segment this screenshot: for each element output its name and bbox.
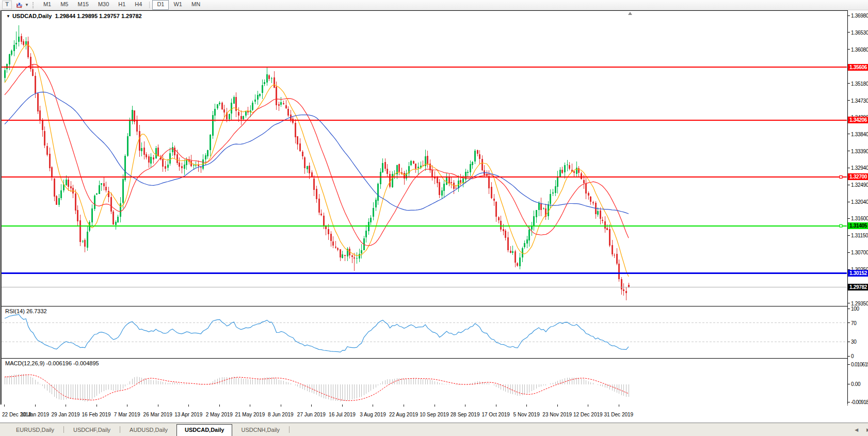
text-tool-button[interactable]: T bbox=[2, 1, 12, 9]
date-tick bbox=[35, 405, 36, 407]
date-label: 8 Jun 2019 bbox=[268, 412, 294, 417]
axis-tick bbox=[848, 185, 850, 185]
date-tick bbox=[342, 405, 343, 407]
candlestick-chart[interactable] bbox=[2, 11, 847, 305]
price-tick-label: 70 bbox=[851, 320, 857, 326]
date-tick bbox=[66, 405, 66, 407]
scroll-left-icon[interactable]: ◀ bbox=[855, 427, 858, 432]
date-label: 28 Sep 2019 bbox=[451, 412, 480, 417]
date-tick bbox=[496, 405, 496, 407]
timeframe-button-m15[interactable]: M15 bbox=[73, 0, 93, 10]
timeframe-button-m5[interactable]: M5 bbox=[56, 0, 73, 10]
line-anchor-marker[interactable] bbox=[840, 224, 842, 227]
arrows-style-icon bbox=[16, 2, 23, 9]
price-tick-label: 1.32490 bbox=[851, 182, 868, 188]
date-label: 31 Dec 2019 bbox=[604, 412, 633, 417]
toolbar-separator bbox=[149, 2, 150, 8]
timeframe-button-m1[interactable]: M1 bbox=[39, 0, 56, 10]
price-tick-label: 1.36980 bbox=[851, 13, 868, 19]
axis-tick bbox=[848, 322, 850, 323]
axis-tick bbox=[848, 202, 850, 202]
price-tick-label: 1.31600 bbox=[851, 216, 868, 221]
date-tick bbox=[250, 405, 250, 407]
date-label: 7 Mar 2019 bbox=[114, 412, 140, 417]
axis-tick bbox=[848, 402, 850, 402]
axis-tick bbox=[848, 218, 850, 219]
moving-average-8[interactable] bbox=[5, 45, 629, 277]
style-tool-button[interactable] bbox=[15, 1, 24, 9]
tab-separator bbox=[63, 426, 64, 433]
tab-audusd-daily[interactable]: AUDUSD,Daily bbox=[121, 425, 176, 436]
chart-shift-marker-icon[interactable] bbox=[628, 12, 632, 15]
date-label: 16 Feb 2019 bbox=[82, 412, 111, 417]
date-tick bbox=[158, 405, 158, 407]
axis-tick bbox=[848, 384, 850, 384]
current-price-label: 1.29782 bbox=[848, 284, 868, 290]
price-tick-label: 100 bbox=[851, 306, 859, 312]
line-anchor-marker[interactable] bbox=[840, 175, 842, 178]
date-tick bbox=[188, 405, 189, 407]
axis-tick bbox=[848, 83, 850, 84]
date-label: 10 Sep 2019 bbox=[420, 412, 449, 417]
collapse-triangle-icon[interactable]: ▼ bbox=[6, 14, 10, 19]
tab-eurusd-daily[interactable]: EURUSD,Daily bbox=[7, 425, 63, 436]
tabs: EURUSD,DailyUSDCHF,DailyAUDUSD,DailyUSDC… bbox=[7, 424, 290, 436]
tab-usdchf-daily[interactable]: USDCHF,Daily bbox=[65, 425, 119, 436]
price-tick-label: 1.35180 bbox=[851, 80, 868, 86]
axis-tick bbox=[848, 252, 850, 253]
axis-tick bbox=[848, 364, 850, 365]
date-label: 13 Apr 2019 bbox=[174, 412, 202, 417]
axis-tick bbox=[848, 134, 850, 134]
axis-tick bbox=[848, 342, 850, 342]
date-label: 16 Jul 2019 bbox=[329, 412, 356, 417]
price-tick-label: 30 bbox=[851, 339, 857, 345]
chart-symbol-label: USDCAD,Daily bbox=[12, 13, 52, 19]
axis-tick bbox=[848, 15, 850, 16]
macd-chart[interactable] bbox=[2, 359, 847, 404]
timeframe-button-w1[interactable]: W1 bbox=[169, 0, 187, 10]
date-label: 29 Jan 2019 bbox=[52, 412, 80, 417]
price-tick-label: 1.36530 bbox=[851, 29, 868, 35]
date-tick bbox=[588, 405, 588, 407]
date-label: 5 Nov 2019 bbox=[513, 412, 540, 417]
rsi-line bbox=[5, 314, 629, 352]
date-label: 10 Jan 2019 bbox=[21, 412, 49, 417]
price-line-label-1.35606: 1.35606 bbox=[848, 64, 868, 71]
date-tick bbox=[311, 405, 312, 407]
axis-tick bbox=[848, 303, 850, 303]
tab-separator bbox=[289, 426, 290, 433]
tab-usdcnh-daily[interactable]: USDCNH,Daily bbox=[232, 425, 288, 436]
price-tick-label: 1.33390 bbox=[851, 148, 868, 154]
timeframe-button-group: M1M5M15M30H1H4D1W1MN bbox=[39, 0, 205, 10]
price-tick-label: 0.00 bbox=[851, 381, 860, 387]
axis-tick bbox=[848, 168, 850, 168]
tab-usdcad-daily[interactable]: USDCAD,Daily bbox=[176, 424, 232, 436]
timeframe-button-m30[interactable]: M30 bbox=[93, 0, 114, 10]
date-tick bbox=[281, 405, 281, 407]
date-tick bbox=[435, 405, 435, 407]
chart-frame-line bbox=[0, 10, 1, 405]
date-label: 17 Oct 2019 bbox=[481, 412, 509, 417]
axis-tick bbox=[848, 151, 850, 151]
timeframe-button-h4[interactable]: H4 bbox=[130, 0, 147, 10]
chart-tab-bar: EURUSD,DailyUSDCHF,DailyAUDUSD,DailyUSDC… bbox=[0, 423, 868, 436]
price-tick-label: 0.010615 bbox=[851, 362, 868, 367]
date-tick bbox=[404, 405, 404, 407]
price-line-label-1.30152: 1.30152 bbox=[848, 270, 868, 277]
date-axis[interactable]: 22 Dec 201810 Jan 201929 Jan 201916 Feb … bbox=[1, 405, 847, 422]
price-tick-label: -0.009185 bbox=[851, 399, 868, 405]
timeframe-button-d1[interactable]: D1 bbox=[152, 0, 169, 10]
price-tick-label: 1.33840 bbox=[851, 131, 868, 137]
timeframe-button-h1[interactable]: H1 bbox=[114, 0, 130, 10]
price-axis[interactable]: 1.369801.365301.360801.351801.347301.342… bbox=[847, 10, 868, 405]
timeframe-button-mn[interactable]: MN bbox=[187, 0, 205, 10]
date-label: 27 Jun 2019 bbox=[297, 412, 326, 417]
axis-tick bbox=[848, 49, 850, 50]
toolbar-grip[interactable] bbox=[33, 2, 35, 8]
dropdown-caret-icon[interactable]: ▼ bbox=[25, 3, 29, 7]
price-tick-label: 1.32040 bbox=[851, 199, 868, 205]
tab-separator bbox=[120, 426, 120, 433]
macd-window: MACD(12,26,9) -0.006196 -0.004895 bbox=[1, 358, 848, 406]
axis-tick bbox=[848, 100, 850, 101]
rsi-chart[interactable] bbox=[2, 306, 847, 357]
